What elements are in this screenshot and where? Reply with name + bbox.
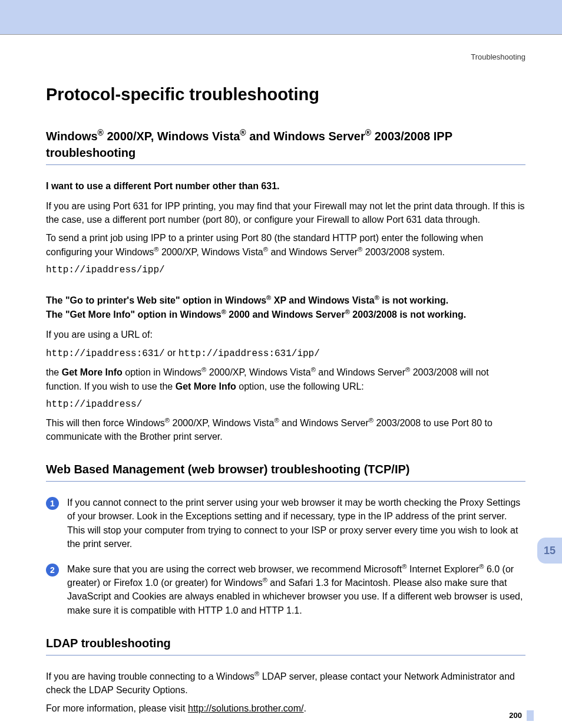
code-text: http://ipaddress:631/	[46, 348, 165, 359]
chapter-tab: 15	[537, 538, 562, 564]
registered-icon: ®	[402, 563, 406, 570]
registered-icon: ®	[263, 577, 267, 584]
bold-text: Get More Info	[176, 381, 236, 391]
text: The "Get More Info" option in Windows	[46, 309, 222, 319]
section-heading-ipp: Windows® 2000/XP, Windows Vista® and Win…	[46, 128, 525, 165]
text: This will then force Windows	[46, 418, 165, 428]
text: .	[304, 703, 306, 713]
registered-icon: ®	[369, 417, 373, 424]
number-badge-icon: 1	[46, 497, 59, 510]
code-line: http://ipaddress:631/ or http://ipaddres…	[46, 346, 525, 361]
text: 2000/XP, Windows Vista	[206, 367, 310, 377]
body-text: If you are having trouble connecting to …	[46, 670, 525, 697]
code-text: http://ipaddress/ipp/	[46, 263, 525, 277]
text: Internet Explorer	[407, 564, 480, 574]
registered-icon: ®	[365, 128, 371, 137]
text: the	[46, 367, 62, 377]
body-text: This will then force Windows® 2000/XP, W…	[46, 416, 525, 443]
bold-text: Get More Info	[62, 367, 123, 377]
text: and Windows Server	[316, 367, 405, 377]
text: option, use the following URL:	[236, 381, 364, 391]
body-text: To send a print job using IPP to a print…	[46, 231, 525, 258]
numbered-list: 1 If you cannot connect to the print ser…	[46, 496, 525, 617]
text: XP and Windows Vista	[271, 295, 374, 305]
body-text: If you are using a URL of:	[46, 328, 525, 341]
number-badge-icon: 2	[46, 564, 59, 577]
registered-icon: ®	[274, 417, 279, 424]
list-text: If you cannot connect to the print serve…	[67, 498, 520, 549]
page-number: 200	[509, 711, 522, 720]
text: is not working.	[379, 295, 448, 305]
section-heading-web: Web Based Management (web browser) troub…	[46, 461, 525, 482]
text: 2000/XP, Windows Vista	[170, 418, 274, 428]
list-item: 2 Make sure that you are using the corre…	[46, 562, 525, 617]
registered-icon: ®	[254, 670, 259, 677]
body-text: the Get More Info option in Windows® 200…	[46, 365, 525, 393]
list-item: 1 If you cannot connect to the print ser…	[46, 496, 525, 551]
section-heading-ldap: LDAP troubleshooting	[46, 635, 525, 655]
page-title: Protocol-specific troubleshooting	[46, 85, 525, 104]
text: For more information, please visit	[46, 703, 188, 713]
list-text: Make sure that you are using the correct…	[67, 564, 523, 615]
text: and Windows Server	[279, 418, 369, 428]
code-text: http://ipaddress:631/ipp/	[178, 348, 320, 359]
text: or	[165, 348, 178, 358]
text: option in Windows	[123, 367, 201, 377]
text: 2003/2008 system.	[362, 247, 445, 257]
text: The "Go to printer's Web site" option in…	[46, 295, 266, 305]
registered-icon: ®	[240, 128, 246, 137]
registered-icon: ®	[98, 128, 104, 137]
text: Make sure that you are using the correct…	[67, 564, 402, 574]
sub-heading: The "Go to printer's Web site" option in…	[46, 294, 525, 322]
registered-icon: ®	[375, 294, 379, 301]
registered-icon: ®	[405, 366, 410, 373]
page-number-accent	[527, 710, 534, 721]
registered-icon: ®	[311, 366, 316, 373]
registered-icon: ®	[222, 308, 226, 315]
registered-icon: ®	[263, 245, 268, 252]
registered-icon: ®	[165, 417, 170, 424]
text: 2000/XP, Windows Vista	[158, 247, 263, 257]
text: If you are having trouble connecting to …	[46, 671, 254, 681]
text: 2000 and Windows Server	[226, 309, 345, 319]
body-text: For more information, please visit http:…	[46, 701, 525, 715]
support-link[interactable]: http://solutions.brother.com/	[188, 703, 304, 713]
page-content: Troubleshooting Protocol-specific troubl…	[0, 35, 562, 728]
text: 2003/2008 is not working.	[350, 309, 466, 319]
text: and Windows Server	[246, 130, 365, 143]
registered-icon: ®	[345, 308, 350, 315]
code-text: http://ipaddress/	[46, 398, 525, 411]
text: Windows	[46, 130, 98, 143]
text: 2000/XP, Windows Vista	[104, 130, 240, 143]
breadcrumb: Troubleshooting	[46, 52, 525, 61]
body-text: If you are using Port 631 for IPP printi…	[46, 199, 525, 226]
text: and Windows Server	[268, 247, 358, 257]
sub-heading: I want to use a different Port number ot…	[46, 179, 525, 193]
header-bar	[0, 0, 562, 34]
